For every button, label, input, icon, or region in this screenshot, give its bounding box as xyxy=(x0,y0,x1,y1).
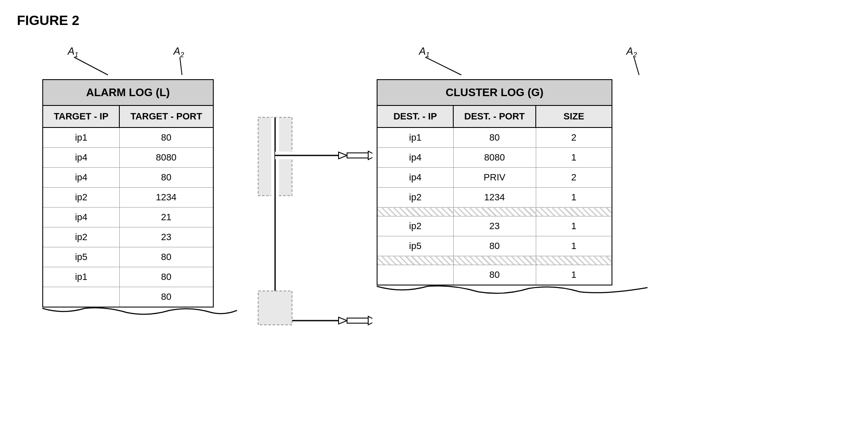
alarm-row-port: 8080 xyxy=(119,148,213,168)
cluster-row-size: 2 xyxy=(536,168,612,188)
alarm-row-port: 80 xyxy=(119,127,213,148)
cluster-row-ip xyxy=(377,256,453,265)
cluster-row-ip xyxy=(377,265,453,285)
alarm-a2-line xyxy=(42,45,254,79)
cluster-log-body: ip1802ip480801ip4PRIV2ip212341ip2231ip58… xyxy=(377,127,612,285)
alarm-row-port: 23 xyxy=(119,227,213,247)
cluster-log-section: A1 A2 CLUSTER LOG (G) xyxy=(377,45,664,297)
cluster-row-size xyxy=(536,208,612,216)
svg-marker-14 xyxy=(368,316,372,325)
cluster-row-port: 80 xyxy=(453,265,536,285)
cluster-log-row: ip4PRIV2 xyxy=(377,168,612,188)
cluster-row-port: 80 xyxy=(453,127,536,148)
cluster-log-row xyxy=(377,208,612,216)
alarm-row-port: 80 xyxy=(119,168,213,188)
cluster-log-row: ip1802 xyxy=(377,127,612,148)
cluster-col3-header: SIZE xyxy=(536,105,612,127)
alarm-log-row: ip421 xyxy=(43,208,213,227)
figure-title: FIGURE 2 xyxy=(17,13,851,28)
connector-svg xyxy=(254,113,372,376)
cluster-row-size: 1 xyxy=(536,236,612,256)
cluster-row-ip: ip4 xyxy=(377,168,453,188)
cluster-row-ip: ip2 xyxy=(377,188,453,208)
cluster-row-size: 1 xyxy=(536,188,612,208)
cluster-log-row: ip480801 xyxy=(377,148,612,168)
alarm-log-table: ALARM LOG (L) TARGET - IP TARGET - PORT … xyxy=(42,79,214,307)
alarm-row-ip: ip5 xyxy=(43,247,119,267)
svg-line-1 xyxy=(180,57,182,75)
alarm-row-ip: ip2 xyxy=(43,188,119,208)
cluster-row-ip: ip5 xyxy=(377,236,453,256)
svg-rect-10 xyxy=(347,153,368,158)
svg-line-17 xyxy=(634,57,639,75)
alarm-log-body: ip180ip48080ip480ip21234ip421ip223ip580i… xyxy=(43,127,213,307)
alarm-row-ip: ip1 xyxy=(43,267,119,287)
cluster-log-table: CLUSTER LOG (G) DEST. - IP DEST. - PORT … xyxy=(377,79,612,285)
cluster-row-size: 1 xyxy=(536,216,612,236)
alarm-log-row: ip580 xyxy=(43,247,213,267)
svg-marker-12 xyxy=(339,317,347,324)
alarm-col2-header: TARGET - PORT xyxy=(119,105,213,127)
cluster-row-port xyxy=(453,256,536,265)
svg-marker-11 xyxy=(368,151,372,160)
alarm-row-port: 80 xyxy=(119,287,213,307)
cluster-log-row: 801 xyxy=(377,265,612,285)
alarm-log-row: ip180 xyxy=(43,267,213,287)
alarm-row-ip: ip2 xyxy=(43,227,119,247)
cluster-row-size: 1 xyxy=(536,148,612,168)
alarm-row-ip: ip4 xyxy=(43,168,119,188)
cluster-log-row: ip212341 xyxy=(377,188,612,208)
alarm-row-ip xyxy=(43,287,119,307)
alarm-row-port: 21 xyxy=(119,208,213,227)
cluster-row-size xyxy=(536,256,612,265)
alarm-log-section: A1 A2 ALARM LOG xyxy=(42,45,254,319)
alarm-log-annotations: A1 A2 xyxy=(42,45,254,79)
cluster-log-wavy xyxy=(377,284,648,297)
cluster-row-port: 80 xyxy=(453,236,536,256)
alarm-row-ip: ip1 xyxy=(43,127,119,148)
svg-rect-13 xyxy=(347,318,368,323)
cluster-row-size: 1 xyxy=(536,265,612,285)
alarm-log-row: 80 xyxy=(43,287,213,307)
alarm-log-row: ip21234 xyxy=(43,188,213,208)
alarm-log-title: ALARM LOG (L) xyxy=(43,80,213,105)
cluster-row-ip: ip2 xyxy=(377,216,453,236)
cluster-a2-line xyxy=(377,45,664,79)
alarm-row-port: 1234 xyxy=(119,188,213,208)
cluster-col2-header: DEST. - PORT xyxy=(453,105,536,127)
cluster-log-row xyxy=(377,256,612,265)
cluster-row-ip xyxy=(377,208,453,216)
cluster-row-port: 23 xyxy=(453,216,536,236)
alarm-log-row: ip223 xyxy=(43,227,213,247)
cluster-log-row: ip5801 xyxy=(377,236,612,256)
alarm-log-wavy xyxy=(42,306,237,319)
cluster-row-size: 2 xyxy=(536,127,612,148)
alarm-row-port: 80 xyxy=(119,247,213,267)
alarm-row-ip: ip4 xyxy=(43,208,119,227)
diagram-area: A1 A2 ALARM LOG xyxy=(17,45,851,377)
alarm-log-row: ip480 xyxy=(43,168,213,188)
cluster-row-port: PRIV xyxy=(453,168,536,188)
cluster-row-port: 1234 xyxy=(453,188,536,208)
cluster-log-row: ip2231 xyxy=(377,216,612,236)
cluster-row-ip: ip1 xyxy=(377,127,453,148)
cluster-col1-header: DEST. - IP xyxy=(377,105,453,127)
cluster-row-port: 8080 xyxy=(453,148,536,168)
alarm-log-row: ip180 xyxy=(43,127,213,148)
alarm-row-ip: ip4 xyxy=(43,148,119,168)
svg-rect-15 xyxy=(258,291,292,325)
cluster-row-ip: ip4 xyxy=(377,148,453,168)
alarm-row-port: 80 xyxy=(119,267,213,287)
cluster-log-annotations: A1 A2 xyxy=(377,45,664,79)
connector-area xyxy=(254,113,372,377)
cluster-row-port xyxy=(453,208,536,216)
alarm-col1-header: TARGET - IP xyxy=(43,105,119,127)
svg-marker-9 xyxy=(339,152,347,159)
page-container: FIGURE 2 A1 A2 xyxy=(0,0,868,432)
alarm-log-row: ip48080 xyxy=(43,148,213,168)
cluster-log-title: CLUSTER LOG (G) xyxy=(377,80,612,105)
